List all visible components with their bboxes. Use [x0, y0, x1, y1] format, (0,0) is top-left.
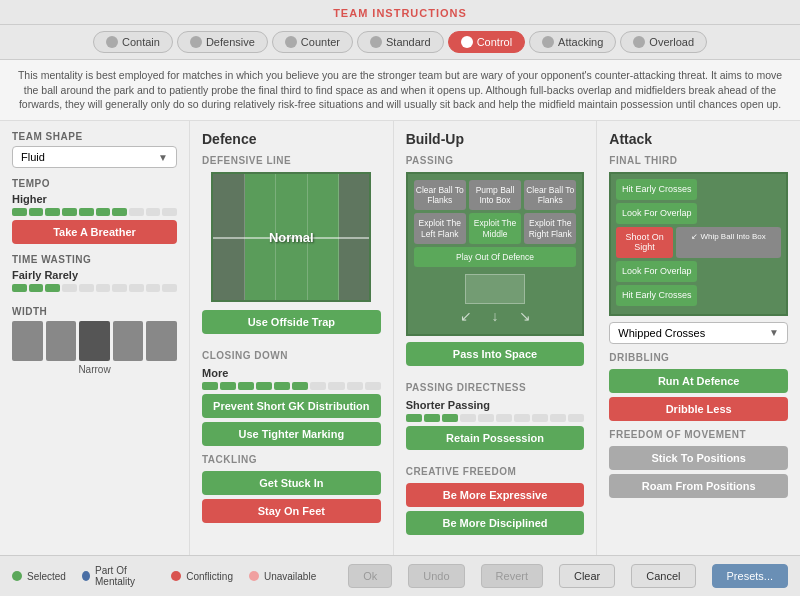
ft-row-1: Hit Early Crosses	[616, 179, 781, 200]
width-bar-2	[46, 321, 77, 361]
arrow-left: ↙	[460, 308, 472, 324]
pass-cell-play-out[interactable]: Play Out Of Defence	[414, 247, 577, 267]
legend-mentality-dot	[82, 571, 90, 581]
legend-selected: Selected	[12, 571, 66, 582]
whipped-crosses-dropdown[interactable]: Whipped Crosses ▼	[609, 322, 788, 344]
buildup-column: Build-Up PASSING Clear Ball To Flanks Pu…	[394, 121, 598, 555]
ft-empty-3	[700, 261, 781, 282]
bottom-bar: Selected Part Of Mentality Conflicting U…	[0, 555, 800, 596]
tab-counter-icon	[285, 36, 297, 48]
creative-freedom-buttons: Be More Expressive Be More Disciplined	[406, 483, 585, 535]
passing-directness-slider[interactable]	[406, 414, 585, 422]
run-at-defence-button[interactable]: Run At Defence	[609, 369, 788, 393]
retain-possession-button[interactable]: Retain Possession	[406, 426, 585, 450]
tab-contain-icon	[106, 36, 118, 48]
ft-whip-ball[interactable]: ↙ Whip Ball Into Box	[676, 227, 781, 259]
defence-title: Defence	[202, 131, 381, 147]
legend-unavailable: Unavailable	[249, 571, 316, 582]
ok-button[interactable]: Ok	[348, 564, 392, 588]
ft-row-5: Hit Early Crosses	[616, 285, 781, 306]
arrows: ↙ ↓ ↘	[460, 308, 531, 324]
width-bar-5	[146, 321, 177, 361]
defence-buttons: Prevent Short GK Distribution Use Tighte…	[202, 394, 381, 446]
team-shape-section: TEAM SHAPE Fluid ▼	[12, 131, 177, 168]
tab-standard-icon	[370, 36, 382, 48]
take-breather-button[interactable]: Take A Breather	[12, 220, 177, 244]
time-wasting-slider[interactable]	[12, 284, 177, 292]
use-offside-trap-button[interactable]: Use Offside Trap	[202, 310, 381, 334]
tab-attacking[interactable]: Attacking	[529, 31, 616, 53]
ft-hit-early-bottom[interactable]: Hit Early Crosses	[616, 285, 697, 306]
legend-unavailable-dot	[249, 571, 259, 581]
defensive-line-label: DEFENSIVE LINE	[202, 155, 381, 166]
revert-button[interactable]: Revert	[481, 564, 543, 588]
pass-cell-exploit-left[interactable]: Exploit The Left Flank	[414, 213, 466, 243]
ft-empty-4	[700, 285, 781, 306]
closing-down-label: CLOSING DOWN	[202, 350, 381, 361]
attack-title: Attack	[609, 131, 788, 147]
tab-defensive-icon	[190, 36, 202, 48]
ft-look-overlap-bottom[interactable]: Look For Overlap	[616, 261, 697, 282]
pass-cell-exploit-right[interactable]: Exploit The Right Flank	[524, 213, 576, 243]
ft-row-2: Look For Overlap	[616, 203, 781, 224]
roam-from-positions-button[interactable]: Roam From Positions	[609, 474, 788, 498]
tempo-value: Higher	[12, 193, 177, 205]
closing-down-slider[interactable]	[202, 382, 381, 390]
dribbling-buttons: Run At Defence Dribble Less	[609, 369, 788, 421]
pass-into-space-button[interactable]: Pass Into Space	[406, 342, 585, 366]
ft-empty-2	[700, 203, 781, 224]
header-title: TEAM INSTRUCTIONS	[333, 7, 467, 19]
passing-label: PASSING	[406, 155, 585, 166]
prevent-short-gk-button[interactable]: Prevent Short GK Distribution	[202, 394, 381, 418]
pass-row-3: Play Out Of Defence	[414, 247, 577, 267]
tab-defensive[interactable]: Defensive	[177, 31, 268, 53]
content-area: TEAM SHAPE Fluid ▼ TEMPO Higher	[0, 121, 800, 555]
tab-contain[interactable]: Contain	[93, 31, 173, 53]
be-more-disciplined-button[interactable]: Be More Disciplined	[406, 511, 585, 535]
ft-hit-early-top[interactable]: Hit Early Crosses	[616, 179, 697, 200]
undo-button[interactable]: Undo	[408, 564, 464, 588]
width-bar-4	[113, 321, 144, 361]
ft-look-overlap-top[interactable]: Look For Overlap	[616, 203, 697, 224]
tab-control[interactable]: Control	[448, 31, 525, 53]
pass-cell-clear-right[interactable]: Clear Ball To Flanks	[524, 180, 576, 210]
cancel-button[interactable]: Cancel	[631, 564, 695, 588]
time-wasting-label: TIME WASTING	[12, 254, 177, 265]
tackling-buttons: Get Stuck In Stay On Feet	[202, 471, 381, 523]
dribble-less-button[interactable]: Dribble Less	[609, 397, 788, 421]
tempo-label: TEMPO	[12, 178, 177, 189]
pass-cell-clear-left[interactable]: Clear Ball To Flanks	[414, 180, 466, 210]
arrow-right: ↘	[519, 308, 531, 324]
ft-shoot-on-sight[interactable]: Shoot On Sight	[616, 227, 673, 259]
tackling-label: TACKLING	[202, 454, 381, 465]
pass-cell-pump[interactable]: Pump Ball Into Box	[469, 180, 521, 210]
dribbling-label: DRIBBLING	[609, 352, 788, 363]
legend-conflicting-dot	[171, 571, 181, 581]
tab-overload[interactable]: Overload	[620, 31, 707, 53]
width-value: Narrow	[12, 364, 177, 375]
presets-button[interactable]: Presets...	[712, 564, 788, 588]
passing-field: Clear Ball To Flanks Pump Ball Into Box …	[406, 172, 585, 336]
attack-column: Attack FINAL THIRD Hit Early Crosses Loo…	[597, 121, 800, 555]
stay-on-feet-button[interactable]: Stay On Feet	[202, 499, 381, 523]
goal-box	[465, 274, 525, 304]
creative-freedom-label: CREATIVE FREEDOM	[406, 466, 585, 477]
tab-standard[interactable]: Standard	[357, 31, 444, 53]
use-tighter-marking-button[interactable]: Use Tighter Marking	[202, 422, 381, 446]
columns-area: Defence DEFENSIVE LINE Normal	[190, 121, 800, 555]
be-more-expressive-button[interactable]: Be More Expressive	[406, 483, 585, 507]
team-shape-dropdown[interactable]: Fluid ▼	[12, 146, 177, 168]
passing-directness-label: PASSING DIRECTNESS	[406, 382, 585, 393]
tempo-slider[interactable]	[12, 208, 177, 216]
arrow-center: ↓	[492, 308, 499, 324]
clear-button[interactable]: Clear	[559, 564, 615, 588]
get-stuck-in-button[interactable]: Get Stuck In	[202, 471, 381, 495]
left-panel: TEAM SHAPE Fluid ▼ TEMPO Higher	[0, 121, 190, 555]
ft-empty-1	[700, 179, 781, 200]
description: This mentality is best employed for matc…	[0, 60, 800, 121]
pass-cell-exploit-middle[interactable]: Exploit The Middle	[469, 213, 521, 243]
tab-counter[interactable]: Counter	[272, 31, 353, 53]
width-section: WIDTH Narrow	[12, 306, 177, 375]
final-third-label: FINAL THIRD	[609, 155, 788, 166]
stick-to-positions-button[interactable]: Stick To Positions	[609, 446, 788, 470]
